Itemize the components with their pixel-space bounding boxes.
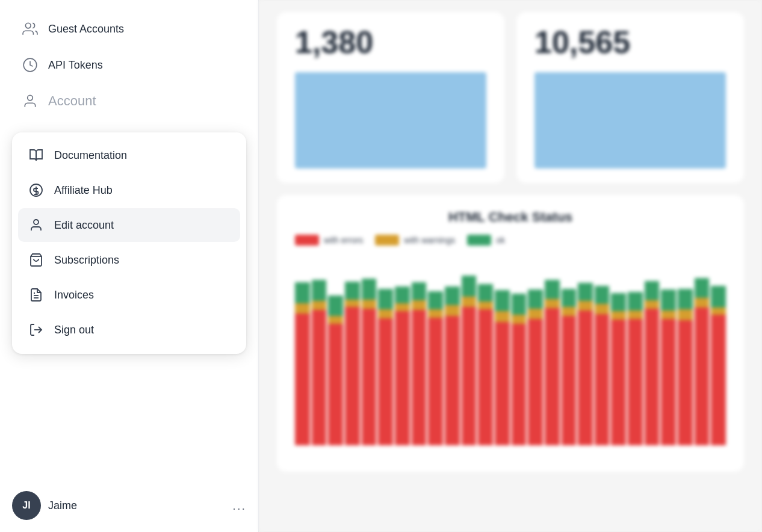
bar-ok xyxy=(328,295,343,316)
bar-group xyxy=(345,253,360,445)
legend-label-ok: ok xyxy=(496,235,505,245)
legend-label-warnings: with warnings xyxy=(404,235,455,245)
bar-warnings xyxy=(562,307,577,316)
sign-out-icon xyxy=(28,321,45,338)
menu-item-sign-out[interactable]: Sign out xyxy=(18,313,240,347)
bar-stack xyxy=(378,289,393,445)
bar-stack xyxy=(528,289,543,445)
bar-warnings xyxy=(661,311,676,319)
bar-ok xyxy=(362,279,377,300)
bar-stack xyxy=(495,290,510,445)
bar-errors xyxy=(345,307,360,445)
sidebar-item-guest-accounts[interactable]: Guest Accounts xyxy=(12,12,246,46)
legend-color-errors xyxy=(295,235,319,246)
bar-ok xyxy=(678,289,693,309)
bar-errors xyxy=(362,309,377,445)
bar-errors xyxy=(445,316,460,445)
bar-warnings xyxy=(362,300,377,309)
menu-item-documentation[interactable]: Documentation xyxy=(18,138,240,172)
menu-item-affiliate-hub[interactable]: Affiliate Hub xyxy=(18,173,240,207)
bar-stack xyxy=(345,282,360,445)
more-options-button[interactable]: ... xyxy=(232,499,246,513)
menu-item-subscriptions[interactable]: Subscriptions xyxy=(18,243,240,277)
bar-group xyxy=(562,253,577,445)
bar-warnings xyxy=(628,311,643,319)
bar-errors xyxy=(628,319,643,445)
bar-ok xyxy=(695,278,710,297)
bar-group xyxy=(362,253,377,445)
bar-errors xyxy=(545,308,560,445)
bar-stack xyxy=(312,280,327,446)
bar-warnings xyxy=(645,300,660,309)
bar-group xyxy=(295,253,310,445)
bar-stack xyxy=(562,289,577,445)
bar-ok xyxy=(611,293,626,312)
bar-errors xyxy=(462,307,477,445)
bar-group xyxy=(462,253,477,445)
chart-legend: with errors with warnings ok xyxy=(295,235,726,246)
bar-errors xyxy=(611,320,626,445)
bar-warnings xyxy=(512,315,527,324)
bar-warnings xyxy=(578,301,593,311)
edit-account-user-icon xyxy=(28,217,45,234)
bar-errors xyxy=(562,316,577,445)
bar-errors xyxy=(295,314,310,445)
clock-icon xyxy=(22,57,39,73)
bar-warnings xyxy=(495,311,510,322)
bar-errors xyxy=(428,318,443,445)
menu-item-invoices[interactable]: Invoices xyxy=(18,278,240,312)
bar-warnings xyxy=(378,309,393,319)
sidebar-item-account[interactable]: Account xyxy=(12,84,246,118)
bar-warnings xyxy=(312,301,327,310)
menu-item-invoices-label: Invoices xyxy=(54,289,94,302)
bar-ok xyxy=(495,290,510,311)
bar-group xyxy=(412,253,427,445)
bar-stack xyxy=(412,282,427,445)
bar-stack xyxy=(678,289,693,445)
bar-group xyxy=(611,253,626,445)
bar-group xyxy=(445,253,460,445)
sidebar-item-api-tokens[interactable]: API Tokens xyxy=(12,48,246,82)
bar-ok xyxy=(512,294,527,315)
bar-stack xyxy=(395,286,410,445)
bar-errors xyxy=(495,322,510,445)
menu-item-edit-account[interactable]: Edit account xyxy=(18,208,240,242)
menu-item-affiliate-hub-label: Affiliate Hub xyxy=(54,184,113,197)
bar-group xyxy=(478,253,493,445)
bar-group xyxy=(378,253,393,445)
legend-ok: ok xyxy=(467,235,505,246)
bar-warnings xyxy=(545,299,560,308)
bar-ok xyxy=(378,289,393,309)
bar-stack xyxy=(295,282,310,445)
bar-warnings xyxy=(445,305,460,316)
bar-stack xyxy=(628,292,643,445)
bar-stack xyxy=(445,286,460,445)
bar-group xyxy=(595,253,610,445)
sidebar-item-api-tokens-label: API Tokens xyxy=(48,59,103,72)
avatar[interactable]: JI xyxy=(12,491,41,520)
bar-ok xyxy=(711,286,726,307)
bag-icon xyxy=(28,252,45,268)
bar-ok xyxy=(295,282,310,303)
bar-group xyxy=(545,253,560,445)
bar-warnings xyxy=(528,309,543,319)
stats-row: 1,380 10,565 xyxy=(259,0,762,195)
bar-ok xyxy=(562,289,577,307)
sidebar-item-guest-accounts-label: Guest Accounts xyxy=(48,23,124,36)
bar-group xyxy=(495,253,510,445)
bar-ok xyxy=(395,286,410,303)
bar-errors xyxy=(328,324,343,445)
bar-errors xyxy=(661,319,676,445)
stat-number-2: 10,565 xyxy=(534,26,630,58)
account-user-icon xyxy=(22,93,39,110)
bar-warnings xyxy=(678,309,693,320)
bar-warnings xyxy=(345,300,360,307)
bar-stack xyxy=(362,279,377,445)
bar-ok xyxy=(428,291,443,309)
menu-item-subscriptions-label: Subscriptions xyxy=(54,254,119,267)
bar-errors xyxy=(478,309,493,445)
bar-ok xyxy=(545,280,560,298)
stat-card-2: 10,565 xyxy=(516,12,744,183)
sidebar: Guest Accounts API Tokens Account xyxy=(0,0,259,532)
legend-warnings: with warnings xyxy=(375,235,455,246)
